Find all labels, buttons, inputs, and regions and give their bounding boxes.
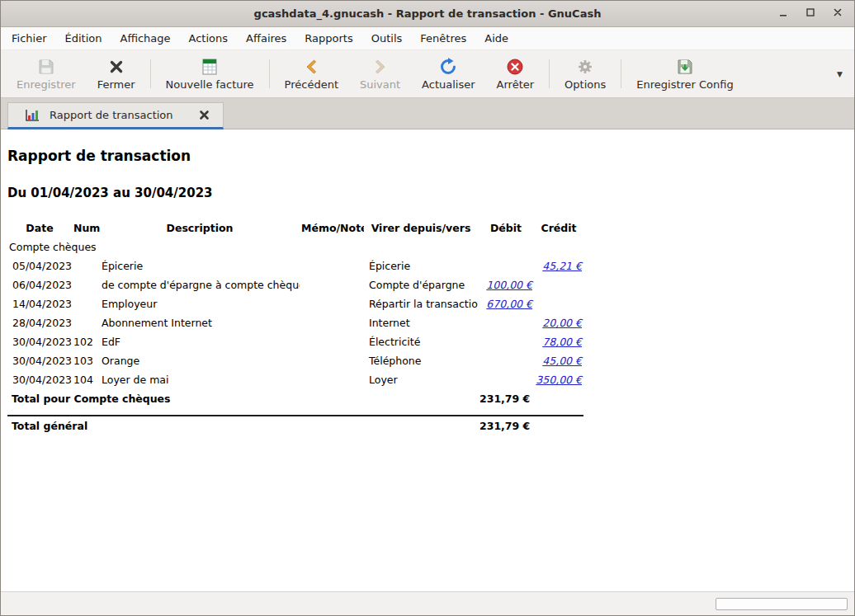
next-icon — [371, 58, 390, 76]
transaction-row: 30/04/2023104Loyer de maiLoyer350,00 € — [7, 370, 583, 389]
debit-amount-link[interactable]: 670,00 € — [486, 298, 532, 310]
section-total-label: Total pour Compte chèques — [7, 389, 478, 408]
gear-icon — [576, 58, 594, 76]
transaction-row: 05/04/2023ÉpicerieÉpicerie45,21 € — [7, 256, 583, 275]
cell-credit: 45,21 € — [534, 256, 583, 275]
toolbar-next-button[interactable]: Suivant — [349, 54, 411, 94]
close-button[interactable] — [829, 6, 846, 22]
statusbar — [1, 591, 854, 615]
credit-amount-link[interactable]: 20,00 € — [542, 317, 582, 329]
menu-item-edition[interactable]: Édition — [59, 29, 109, 48]
cell-debit: 100,00 € — [478, 275, 534, 294]
toolbar-separator — [150, 59, 151, 88]
cell-debit — [478, 313, 534, 332]
save-icon — [37, 58, 55, 76]
toolbar-save-button[interactable]: Enregistrer — [6, 54, 87, 94]
menu-item-actions[interactable]: Actions — [182, 29, 235, 48]
cell-num — [72, 313, 100, 332]
toolbar-previous-label: Précédent — [285, 78, 338, 91]
menu-item-fichier[interactable]: Fichier — [5, 29, 54, 48]
cell-memo — [300, 332, 364, 351]
menu-item-outils[interactable]: Outils — [365, 29, 409, 48]
cell-desc: Orange — [100, 351, 300, 370]
toolbar-stop-label: Arrêter — [497, 78, 535, 91]
transaction-row: 28/04/2023Abonnement InternetInternet20,… — [7, 313, 583, 332]
menubar: FichierÉditionAffichageActionsAffairesRa… — [1, 27, 854, 50]
cell-credit: 78,00 € — [534, 332, 583, 351]
cell-date: 30/04/2023 — [7, 370, 72, 389]
transaction-row: 06/04/2023de compte d'épargne à compte c… — [7, 275, 583, 294]
chart-icon — [25, 109, 40, 122]
window-controls — [775, 1, 846, 26]
toolbar-new-invoice-label: Nouvelle facture — [166, 78, 254, 91]
menu-item-fenetres[interactable]: Fenêtres — [413, 29, 473, 48]
cell-num: 103 — [72, 351, 100, 370]
credit-amount-link[interactable]: 45,00 € — [542, 355, 582, 367]
cell-credit: 350,00 € — [534, 370, 583, 389]
cell-transfer: Internet — [364, 313, 478, 332]
cell-memo — [300, 294, 364, 313]
cell-desc: de compte d'épargne à compte chèques — [100, 275, 300, 294]
toolbar-stop-button[interactable]: Arrêter — [486, 54, 546, 94]
previous-icon — [302, 58, 320, 76]
toolbar-separator — [621, 59, 621, 88]
menu-item-aide[interactable]: Aide — [478, 29, 515, 48]
titlebar[interactable]: gcashdata_4.gnucash - Rapport de transac… — [1, 1, 854, 27]
minimize-button[interactable] — [775, 6, 791, 22]
credit-amount-link[interactable]: 45,21 € — [542, 260, 582, 272]
cell-num: 102 — [72, 332, 100, 351]
toolbar-previous-button[interactable]: Précédent — [274, 54, 349, 94]
transactions-table: Date Num Description Mémo/Notes Virer de… — [7, 219, 583, 435]
cell-credit — [534, 275, 583, 294]
toolbar-close-button[interactable]: Fermer — [87, 54, 146, 94]
save-config-icon — [676, 58, 694, 76]
table-header-row: Date Num Description Mémo/Notes Virer de… — [7, 219, 583, 237]
menu-item-affaires[interactable]: Affaires — [239, 29, 293, 48]
maximize-button[interactable] — [802, 6, 819, 22]
menu-item-affichage[interactable]: Affichage — [113, 29, 177, 48]
toolbar-new-invoice-button[interactable]: Nouvelle facture — [155, 54, 265, 94]
tab-close-icon[interactable] — [197, 108, 211, 122]
cell-date: 30/04/2023 — [7, 351, 72, 370]
cell-memo — [300, 256, 364, 275]
cell-memo — [300, 351, 364, 370]
tab-rapport-de-transaction[interactable]: Rapport de transaction — [7, 102, 224, 129]
transaction-row: 14/04/2023EmployeurRépartir la transacti… — [7, 294, 583, 313]
credit-amount-link[interactable]: 78,00 € — [542, 336, 582, 348]
credit-amount-link[interactable]: 350,00 € — [536, 374, 582, 386]
cell-desc: Épicerie — [100, 256, 300, 275]
toolbar-options-button[interactable]: Options — [554, 54, 616, 94]
cell-debit: 670,00 € — [478, 294, 534, 313]
cell-desc: Loyer de mai — [100, 370, 300, 389]
cell-transfer: Répartir la transaction — [364, 294, 478, 313]
col-header-memo: Mémo/Notes — [300, 219, 364, 237]
cell-transfer: Compte d'épargne — [364, 275, 478, 294]
cell-credit: 20,00 € — [534, 313, 583, 332]
toolbar-separator — [269, 59, 270, 88]
cell-date: 28/04/2023 — [7, 313, 72, 332]
cell-memo — [300, 275, 364, 294]
cell-memo — [300, 370, 364, 389]
window-title: gcashdata_4.gnucash - Rapport de transac… — [254, 7, 602, 20]
debit-amount-link[interactable]: 100,00 € — [486, 279, 532, 291]
toolbar-overflow-button[interactable]: ▼ — [834, 67, 846, 82]
total-separator — [7, 408, 583, 416]
account-section-row: Compte chèques — [7, 237, 583, 256]
account-section-label: Compte chèques — [7, 237, 583, 256]
close-icon — [833, 7, 843, 20]
col-header-debit: Débit — [478, 219, 534, 237]
cell-date: 30/04/2023 — [7, 332, 72, 351]
menu-item-rapports[interactable]: Rapports — [298, 29, 359, 48]
section-total-row: Total pour Compte chèques 231,79 € — [7, 389, 583, 408]
cell-memo — [300, 313, 364, 332]
stop-icon — [506, 58, 524, 76]
toolbar-refresh-button[interactable]: Actualiser — [411, 54, 485, 94]
toolbar-save-config-button[interactable]: Enregistrer Config — [626, 54, 744, 94]
toolbar-options-label: Options — [564, 78, 606, 91]
cell-date: 14/04/2023 — [7, 294, 72, 313]
col-header-credit: Crédit — [534, 219, 583, 237]
toolbar-separator — [549, 59, 550, 88]
grand-total-amount: 231,79 € — [478, 416, 534, 435]
cell-debit — [478, 256, 534, 275]
transaction-row: 30/04/2023102EdFÉlectricité78,00 € — [7, 332, 583, 351]
